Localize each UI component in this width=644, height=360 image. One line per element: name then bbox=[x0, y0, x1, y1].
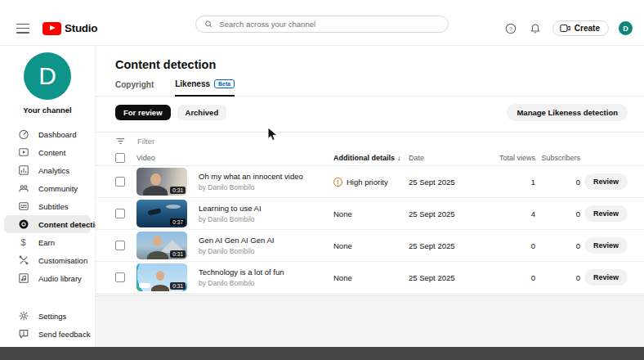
subscribers-cell: 0 bbox=[535, 241, 580, 250]
search-input[interactable] bbox=[219, 20, 440, 29]
sidebar-item-customisation[interactable]: Customisation bbox=[4, 251, 91, 269]
row-checkbox[interactable] bbox=[115, 241, 125, 250]
search-bar[interactable] bbox=[195, 16, 449, 33]
sidebar-item-label: Settings bbox=[38, 312, 66, 321]
date-cell: 25 Sept 2025 bbox=[409, 178, 490, 187]
sidebar-item-audio-library[interactable]: Audio library bbox=[4, 269, 91, 287]
channel-avatar[interactable]: D bbox=[24, 52, 71, 100]
content-icon bbox=[17, 146, 29, 159]
sidebar-item-content[interactable]: Content bbox=[4, 143, 91, 161]
letterbox-bar bbox=[0, 347, 644, 360]
menu-icon[interactable] bbox=[16, 24, 29, 34]
logo-text: Studio bbox=[65, 22, 97, 34]
create-button[interactable]: Create bbox=[552, 20, 609, 36]
help-icon[interactable]: ? bbox=[503, 21, 518, 36]
select-all-checkbox[interactable] bbox=[115, 153, 125, 163]
tab-label: Likeness bbox=[175, 79, 210, 88]
sidebar-item-label: Earn bbox=[38, 238, 55, 247]
sidebar-item-label: Audio library bbox=[38, 274, 82, 283]
sidebar-item-content-detection[interactable]: Content detection bbox=[4, 215, 91, 233]
details-text: None bbox=[333, 209, 352, 218]
sidebar-item-label: Content detection bbox=[38, 220, 105, 229]
col-date[interactable]: Date bbox=[409, 154, 490, 162]
youtube-studio-logo[interactable]: Studio bbox=[42, 22, 97, 35]
tab-likeness[interactable]: Likeness Beta bbox=[175, 79, 235, 97]
table-row[interactable]: 0:31 Gen AI Gen AI Gen AI by Danilo Bomb… bbox=[96, 230, 644, 262]
video-thumbnail[interactable]: 0:31 bbox=[136, 168, 187, 196]
sidebar-item-label: Customisation bbox=[38, 256, 87, 265]
sidebar-item-label: Dashboard bbox=[38, 130, 76, 139]
sidebar-item-label: Send feedback bbox=[38, 330, 90, 339]
content-detection-icon bbox=[17, 218, 29, 231]
community-icon bbox=[17, 182, 29, 195]
col-label: Additional details bbox=[333, 154, 395, 162]
customisation-icon bbox=[17, 254, 29, 267]
create-camera-icon bbox=[560, 24, 570, 33]
settings-gear-icon bbox=[17, 310, 29, 322]
duration-badge: 0:31 bbox=[170, 187, 186, 194]
account-avatar[interactable]: D bbox=[619, 21, 633, 35]
sidebar-item-subtitles[interactable]: Subtitles bbox=[4, 197, 91, 215]
search-icon bbox=[204, 20, 212, 29]
video-author: by Danilo Bombilo bbox=[199, 247, 333, 255]
row-checkbox[interactable] bbox=[115, 209, 125, 218]
views-cell: 0 bbox=[490, 241, 535, 250]
subscribers-cell: 0 bbox=[535, 178, 580, 187]
filter-label: Filter bbox=[137, 137, 154, 146]
sidebar-item-send-feedback[interactable]: Send feedback bbox=[4, 325, 91, 343]
filter-icon bbox=[115, 136, 126, 146]
video-author: by Danilo Bombilo bbox=[199, 279, 333, 287]
create-label: Create bbox=[575, 24, 600, 33]
row-checkbox[interactable] bbox=[115, 177, 125, 187]
video-title[interactable]: Learning to use AI bbox=[199, 204, 333, 214]
video-author: by Danilo Bombilo bbox=[199, 215, 333, 223]
table-row[interactable]: 0:31 Oh my what an innocent video by Dan… bbox=[96, 166, 644, 198]
sidebar-item-label: Subtitles bbox=[38, 202, 68, 211]
review-button[interactable]: Review bbox=[584, 269, 628, 286]
manage-likeness-detection-button[interactable]: Manage Likeness detection bbox=[507, 104, 628, 121]
sidebar-item-label: Content bbox=[38, 148, 65, 157]
row-checkbox[interactable] bbox=[115, 272, 125, 282]
video-author: by Danilo Bombilo bbox=[199, 183, 333, 191]
main-content: Content detection Copyright Likeness Bet… bbox=[96, 46, 644, 296]
chip-for-review[interactable]: For review bbox=[115, 105, 171, 120]
table-row[interactable]: 0:37 Learning to use AI by Danilo Bombil… bbox=[96, 198, 644, 230]
tab-copyright[interactable]: Copyright bbox=[115, 80, 154, 96]
sidebar-item-dashboard[interactable]: Dashboard bbox=[4, 125, 91, 143]
review-button[interactable]: Review bbox=[584, 237, 628, 254]
channel-label: Your channel bbox=[0, 106, 95, 115]
topbar: Studio ? Create D bbox=[0, 0, 644, 46]
tab-label: Copyright bbox=[115, 80, 154, 89]
sidebar-item-label: Community bbox=[38, 184, 78, 193]
high-priority-icon: ! bbox=[333, 178, 342, 187]
dashboard-icon bbox=[17, 128, 29, 141]
video-title[interactable]: Oh my what an innocent video bbox=[199, 172, 333, 182]
chip-archived[interactable]: Archived bbox=[177, 105, 227, 120]
tab-bar: Copyright Likeness Beta bbox=[96, 79, 644, 97]
table-header: Video Additional details ↓ Date Total vi… bbox=[96, 150, 644, 166]
audio-library-icon bbox=[17, 272, 29, 285]
video-thumbnail[interactable]: 0:31 bbox=[136, 263, 187, 291]
video-thumbnail[interactable]: 0:37 bbox=[136, 200, 187, 227]
sidebar-item-analytics[interactable]: Analytics bbox=[4, 161, 91, 179]
notifications-bell-icon[interactable] bbox=[528, 21, 543, 36]
video-title[interactable]: Technology is a lot of fun bbox=[199, 268, 333, 278]
review-button[interactable]: Review bbox=[584, 205, 628, 222]
table-filter-bar[interactable]: Filter bbox=[96, 132, 644, 150]
sort-descending-icon: ↓ bbox=[397, 154, 401, 162]
video-title[interactable]: Gen AI Gen AI Gen AI bbox=[199, 236, 333, 246]
sidebar: D Your channel Dashboard Content Analyti… bbox=[0, 46, 96, 347]
col-subscribers[interactable]: Subscribers bbox=[535, 154, 580, 162]
sidebar-item-community[interactable]: Community bbox=[4, 179, 91, 197]
col-video: Video bbox=[136, 154, 199, 162]
table-row[interactable]: 0:31 Technology is a lot of fun by Danil… bbox=[96, 262, 644, 294]
duration-badge: 0:31 bbox=[170, 282, 186, 290]
filter-chip-row: For review Archived Manage Likeness dete… bbox=[96, 97, 644, 128]
sidebar-item-settings[interactable]: Settings bbox=[4, 307, 91, 325]
youtube-play-icon bbox=[42, 22, 61, 35]
review-button[interactable]: Review bbox=[584, 173, 628, 190]
sidebar-item-earn[interactable]: $ Earn bbox=[4, 233, 91, 251]
col-total-views[interactable]: Total views bbox=[490, 154, 535, 162]
video-thumbnail[interactable]: 0:31 bbox=[136, 232, 187, 259]
col-additional-details[interactable]: Additional details ↓ bbox=[333, 154, 409, 162]
